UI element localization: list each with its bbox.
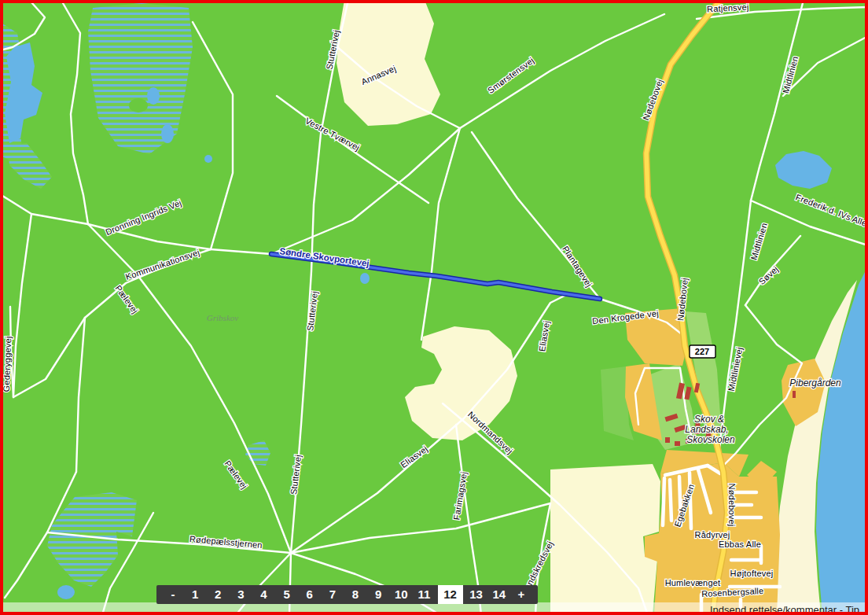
zoom-level-10[interactable]: 10 xyxy=(392,585,410,604)
zoom-in-button[interactable]: + xyxy=(513,585,530,604)
route-badge-227-label: 227 xyxy=(695,347,709,356)
zoom-level-14[interactable]: 14 xyxy=(490,585,509,604)
zoom-level-6[interactable]: 6 xyxy=(300,585,319,604)
pond xyxy=(161,124,174,143)
zoom-level-4[interactable]: 4 xyxy=(255,585,274,604)
pond xyxy=(147,87,160,105)
zoom-level-11[interactable]: 11 xyxy=(414,585,433,604)
building xyxy=(793,391,796,398)
zoom-level-13[interactable]: 13 xyxy=(467,585,486,604)
footer-strip: Indsend rettelse/kommentar - Tip xyxy=(0,602,868,613)
feedback-link[interactable]: Indsend rettelse/kommentar xyxy=(710,604,837,613)
field-area xyxy=(337,0,440,126)
poi-label-pibergaarden: Pibergården xyxy=(789,377,841,389)
poi-label-skovskolen: Skov & xyxy=(694,414,724,425)
zoom-level-bar: - 1 2 3 4 5 6 7 8 9 10 11 12 13 14 + xyxy=(156,585,538,604)
map-window: 227 Ratjensvej Nødebovej Nødebovej Nødeb… xyxy=(0,0,868,615)
footer-links: Indsend rettelse/kommentar - Tip xyxy=(710,604,859,613)
zoom-level-9[interactable]: 9 xyxy=(369,585,388,604)
building xyxy=(675,441,680,446)
zoom-out-button[interactable]: - xyxy=(164,585,182,604)
building xyxy=(665,437,670,443)
poi-label-skovskolen: Landskab, xyxy=(685,424,728,435)
road-label-raadyrvej: Rådyrvej xyxy=(694,530,730,540)
zoom-level-7[interactable]: 7 xyxy=(323,585,342,604)
road-label-noedebovej: Nødebovej xyxy=(727,484,737,527)
street xyxy=(670,480,671,521)
road-label-ebbas-alle: Ebbas Alle xyxy=(719,540,761,549)
zoom-level-2[interactable]: 2 xyxy=(208,585,227,604)
pond xyxy=(204,155,212,163)
tip-link[interactable]: Tip xyxy=(846,604,860,613)
road-label-gederyggevej: Gederyggevej xyxy=(2,336,13,392)
poi-label-skovskolen: Skovskolen xyxy=(686,434,735,445)
zoom-level-12-active[interactable]: 12 xyxy=(438,585,463,604)
zoom-level-3[interactable]: 3 xyxy=(231,585,250,604)
footer-separator: - xyxy=(840,604,843,613)
road-label-hoejtoftevej: Højtoftevej xyxy=(730,569,774,578)
map-canvas[interactable]: 227 Ratjensvej Nødebovej Nødebovej Nødeb… xyxy=(0,0,868,615)
area-label-gribskov: Gribskov xyxy=(207,313,238,322)
zoom-level-8[interactable]: 8 xyxy=(346,585,365,604)
zoom-level-5[interactable]: 5 xyxy=(278,585,296,604)
pond xyxy=(57,585,75,599)
marsh-island xyxy=(129,98,148,112)
street xyxy=(663,478,664,525)
zoom-level-1[interactable]: 1 xyxy=(186,585,204,604)
pond xyxy=(360,273,370,284)
road-label-humlevaenget: Humlevænget xyxy=(665,578,721,587)
